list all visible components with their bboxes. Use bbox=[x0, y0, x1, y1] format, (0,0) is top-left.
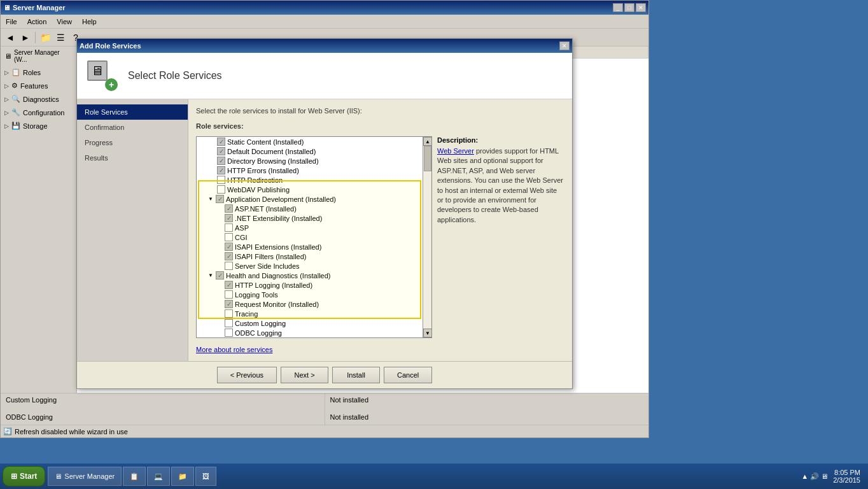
checkbox-default-doc[interactable] bbox=[217, 147, 225, 155]
install-button[interactable]: Install bbox=[332, 367, 380, 383]
dialog-buttons: < Previous Next > Install Cancel bbox=[77, 361, 572, 388]
checkbox-health-diag[interactable] bbox=[216, 271, 224, 280]
server-icon: 🖥 bbox=[87, 60, 108, 81]
checkbox-ssi[interactable] bbox=[225, 262, 233, 270]
checkbox-webdav[interactable] bbox=[217, 185, 225, 194]
service-label: Custom Logging bbox=[235, 320, 286, 327]
list-item[interactable]: ISAPI Filters (Installed) bbox=[197, 252, 431, 261]
service-label: Server Side Includes bbox=[235, 262, 300, 270]
checkbox-asp[interactable] bbox=[225, 223, 233, 232]
checkbox-odbc-logging[interactable] bbox=[225, 329, 233, 337]
dialog-header-title: Select Role Services bbox=[128, 70, 222, 82]
taskbar-item-3[interactable]: 📁 bbox=[171, 467, 194, 486]
next-button[interactable]: Next > bbox=[281, 367, 328, 383]
list-item[interactable]: HTTP Logging (Installed) bbox=[197, 280, 431, 290]
list-item[interactable]: Static Content (Installed) bbox=[197, 137, 431, 146]
wizard-step-progress[interactable]: Progress bbox=[77, 135, 188, 150]
previous-button[interactable]: < Previous bbox=[217, 367, 277, 383]
dialog-main-content: Select the role services to install for … bbox=[188, 99, 572, 361]
dialog-footer: More about role services bbox=[196, 343, 564, 353]
checkbox-isapi-filters[interactable] bbox=[225, 252, 233, 260]
checkbox-static-content[interactable] bbox=[217, 138, 225, 146]
service-label: ASP.NET (Installed) bbox=[235, 205, 297, 213]
services-panel[interactable]: ▲ ▼ Static Content (Installed) bbox=[196, 136, 432, 338]
list-item[interactable]: HTTP Errors (Installed) bbox=[197, 166, 431, 175]
checkbox-net-ext[interactable] bbox=[225, 214, 233, 222]
service-label: Application Development (Installed) bbox=[226, 195, 336, 203]
taskbar-item-server-manager[interactable]: 🖥 Server Manager bbox=[48, 467, 122, 486]
windows-logo: ⊞ bbox=[11, 472, 17, 481]
dialog-header-icon: 🖥 + bbox=[87, 60, 118, 91]
taskbar-icon: 📋 bbox=[130, 472, 139, 481]
checkbox-http-logging[interactable] bbox=[225, 281, 233, 289]
wizard-nav: Role Services Confirmation Progress Resu… bbox=[77, 99, 188, 361]
service-label: ISAPI Extensions (Installed) bbox=[235, 243, 321, 251]
taskbar-icon: 📁 bbox=[178, 472, 187, 481]
scroll-up-button[interactable]: ▲ bbox=[423, 137, 432, 146]
service-label: CGI bbox=[235, 234, 248, 241]
checkbox-aspnet[interactable] bbox=[225, 204, 233, 213]
list-item[interactable]: HTTP Redirection bbox=[197, 175, 431, 185]
service-label: Health and Diagnostics (Installed) bbox=[226, 272, 330, 280]
checkbox-logging-tools[interactable] bbox=[225, 290, 233, 299]
list-item[interactable]: ODBC Logging bbox=[197, 328, 431, 337]
checkbox-custom-logging[interactable] bbox=[225, 319, 233, 327]
checkbox-req-monitor[interactable] bbox=[225, 300, 233, 308]
list-item[interactable]: ▼ Health and Diagnostics (Installed) bbox=[197, 271, 431, 280]
start-button[interactable]: ⊞ Start bbox=[3, 466, 45, 486]
checkbox-http-redirect[interactable] bbox=[217, 176, 225, 184]
taskbar-icon: 🖥 bbox=[55, 472, 62, 480]
scroll-thumb[interactable] bbox=[424, 146, 431, 171]
service-label: Request Monitor (Installed) bbox=[235, 301, 319, 308]
content-description: Select the role services to install for … bbox=[196, 107, 564, 115]
dialog-header: 🖥 + Select Role Services bbox=[77, 53, 572, 99]
taskbar-item-1[interactable]: 📋 bbox=[123, 467, 146, 486]
checkbox-app-dev[interactable] bbox=[216, 195, 224, 203]
cancel-button[interactable]: Cancel bbox=[384, 367, 432, 383]
expand-app-dev[interactable]: ▼ bbox=[207, 195, 214, 203]
notification-area: ▲ 🔊 🖥 bbox=[801, 472, 828, 481]
list-item[interactable]: ISAPI Extensions (Installed) bbox=[197, 242, 431, 252]
service-label: ODBC Logging bbox=[235, 329, 282, 337]
list-item[interactable]: Default Document (Installed) bbox=[197, 146, 431, 156]
checkbox-dir-browsing[interactable] bbox=[217, 157, 225, 165]
taskbar-icon: 🖼 bbox=[202, 472, 209, 480]
list-item[interactable]: Request Monitor (Installed) bbox=[197, 299, 431, 309]
list-item[interactable]: Tracing bbox=[197, 309, 431, 318]
taskbar-right: ▲ 🔊 🖥 8:05 PM 2/3/2015 bbox=[796, 469, 865, 484]
web-server-link[interactable]: Web Server bbox=[437, 147, 474, 155]
scrollbar[interactable]: ▲ ▼ bbox=[423, 137, 431, 337]
dialog-overlay: Add Role Services ✕ 🖥 + Select Role Serv… bbox=[0, 0, 868, 464]
taskbar-icon: 💻 bbox=[154, 472, 163, 481]
checkbox-isapi-ext[interactable] bbox=[225, 243, 233, 251]
dialog-body: Role Services Confirmation Progress Resu… bbox=[77, 99, 572, 361]
checkbox-cgi[interactable] bbox=[225, 233, 233, 241]
list-item[interactable]: Logging Tools bbox=[197, 290, 431, 299]
wizard-step-results[interactable]: Results bbox=[77, 150, 188, 166]
dialog-titlebar: Add Role Services ✕ bbox=[77, 39, 572, 53]
list-item[interactable]: Server Side Includes bbox=[197, 261, 431, 271]
service-label: Tracing bbox=[235, 310, 258, 318]
scroll-down-button[interactable]: ▼ bbox=[423, 329, 432, 337]
service-label: Static Content (Installed) bbox=[227, 138, 304, 146]
more-about-link[interactable]: More about role services bbox=[196, 346, 564, 353]
list-item[interactable]: ASP.NET (Installed) bbox=[197, 204, 431, 213]
list-item[interactable]: ASP bbox=[197, 223, 431, 232]
list-item[interactable]: .NET Extensibility (Installed) bbox=[197, 213, 431, 223]
list-item[interactable]: ▼ Application Development (Installed) bbox=[197, 194, 431, 204]
list-item[interactable]: WebDAV Publishing bbox=[197, 185, 431, 194]
checkbox-tracing[interactable] bbox=[225, 309, 233, 318]
list-item[interactable]: CGI bbox=[197, 232, 431, 242]
wizard-step-confirmation[interactable]: Confirmation bbox=[77, 120, 188, 135]
dialog-close-button[interactable]: ✕ bbox=[559, 41, 570, 50]
taskbar-item-4[interactable]: 🖼 bbox=[195, 467, 216, 486]
checkbox-http-errors[interactable] bbox=[217, 166, 225, 174]
list-item[interactable]: Custom Logging bbox=[197, 318, 431, 328]
expand-health-diag[interactable]: ▼ bbox=[207, 272, 214, 280]
taskbar-item-2[interactable]: 💻 bbox=[147, 467, 170, 486]
taskbar: ⊞ Start 🖥 Server Manager 📋 💻 📁 🖼 ▲ 🔊 🖥 8… bbox=[0, 464, 868, 489]
wizard-step-role-services[interactable]: Role Services bbox=[77, 104, 188, 120]
description-label: Description: bbox=[437, 136, 564, 144]
list-item[interactable]: Directory Browsing (Installed) bbox=[197, 156, 431, 166]
service-label: HTTP Logging (Installed) bbox=[235, 281, 312, 289]
